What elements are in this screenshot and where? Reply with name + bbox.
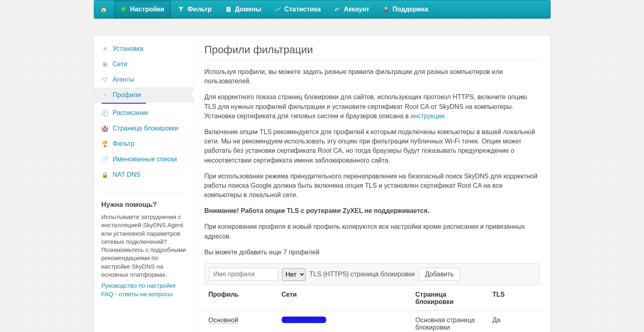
- document-icon: [225, 6, 232, 13]
- copy-paragraph: При копировании профиля в новый профиль …: [205, 222, 540, 241]
- nav-label: Фильтр: [187, 6, 212, 13]
- list-icon: ≡: [101, 46, 109, 52]
- intro-paragraph: Используя профили, вы можете задать разн…: [205, 67, 540, 86]
- castle-icon: 🏰: [101, 125, 109, 132]
- sidebar-item-networks[interactable]: ⊞ Сети: [94, 56, 194, 72]
- sidebar-item-install[interactable]: ≡ Установка: [94, 41, 194, 56]
- nav-home[interactable]: [94, 0, 114, 18]
- nav-label: Статистика: [284, 6, 321, 13]
- cell-tls: Да: [489, 311, 540, 332]
- safesearch-paragraph: При использовании режима принудительного…: [205, 171, 540, 200]
- tls-paragraph: Включение опции TLS рекомендуется для пр…: [205, 127, 540, 165]
- profile-name-link[interactable]: Основной: [209, 317, 238, 324]
- add-profile-form: Нет TLS (HTTPS) страница блокировки Доба…: [205, 263, 540, 285]
- th-networks: Сети: [278, 285, 411, 311]
- help-text: Испытываете затруднения с инсталляцией S…: [101, 213, 186, 279]
- help-title: Нужна помощь?: [101, 201, 186, 209]
- nav-label: Поддержка: [392, 6, 428, 13]
- nav-domains[interactable]: Домены: [219, 0, 268, 18]
- sidebar-item-label: Расписание: [113, 109, 149, 117]
- home-icon: [101, 6, 107, 13]
- sidebar-item-schedule[interactable]: 🕘 Расписание: [94, 105, 194, 121]
- sidebar-item-label: Профили: [113, 91, 141, 99]
- funnel-icon: [178, 6, 184, 13]
- sidebar-item-label: Установка: [113, 45, 144, 52]
- svg-point-4: [385, 7, 387, 9]
- profiles-icon: ▫: [101, 92, 109, 98]
- profiles-table: Профиль Сети Страница блокировки TLS Осн…: [205, 285, 540, 332]
- cell-blockpage: Основная страница блокировки: [411, 311, 489, 332]
- network-icon: ⊞: [101, 61, 109, 67]
- nav-label: Аккаунт: [344, 6, 369, 13]
- help-link-guide[interactable]: Руководство по настройке: [101, 281, 186, 290]
- nav-support[interactable]: Поддержка: [376, 0, 435, 18]
- redacted-network: [282, 317, 326, 323]
- nav-label: Настройки: [130, 6, 164, 13]
- sidebar-item-filter[interactable]: 🏆 Фильтр: [94, 136, 194, 152]
- tls-select-label: TLS (HTTPS) страница блокировки: [310, 271, 415, 278]
- user-icon: [383, 6, 389, 13]
- page-icon: 📄: [101, 156, 109, 163]
- th-blockpage: Страница блокировки: [411, 285, 489, 311]
- profile-name-input[interactable]: [209, 268, 278, 281]
- dot-green-icon: [121, 6, 127, 13]
- nav-stats[interactable]: Статистика: [268, 0, 327, 18]
- help-link-faq[interactable]: FAQ - ответы на вопросы: [101, 290, 186, 298]
- chart-icon: [275, 6, 281, 13]
- top-navigation: Настройки Фильтр Домены Статистика Аккау…: [94, 0, 551, 19]
- th-tls: TLS: [489, 285, 540, 311]
- shield-icon: 🛡: [101, 76, 109, 83]
- table-row: Основной Основная страница блокировки Да: [205, 311, 540, 332]
- main-content: Профили фильтрации Используя профили, вы…: [194, 35, 550, 332]
- nav-filter[interactable]: Фильтр: [171, 0, 219, 18]
- clock-icon: 🕘: [101, 110, 109, 116]
- sidebar: ≡ Установка ⊞ Сети 🛡 Агенты ▫ Профили 🕘 …: [94, 35, 194, 332]
- tls-select[interactable]: Нет: [282, 268, 306, 281]
- sidebar-item-named-lists[interactable]: 📄 Именованные списки: [94, 152, 194, 167]
- trophy-icon: 🏆: [101, 141, 109, 147]
- instructions-link[interactable]: инструкции: [411, 113, 445, 119]
- th-profile: Профиль: [205, 285, 278, 311]
- remaining-profiles: Вы можете добавить еще 7 профилей: [205, 247, 540, 257]
- sidebar-item-label: NAT DNS: [113, 171, 141, 178]
- nav-label: Домены: [235, 6, 261, 13]
- wrench-icon: [334, 6, 340, 13]
- sidebar-item-agents[interactable]: 🛡 Агенты: [94, 72, 194, 87]
- main-container: ≡ Установка ⊞ Сети 🛡 Агенты ▫ Профили 🕘 …: [94, 35, 551, 332]
- sidebar-item-label: Страница блокировки: [113, 125, 179, 132]
- zyxel-warning: Внимание! Работа опции TLS с роутерами Z…: [205, 206, 540, 215]
- sidebar-item-label: Агенты: [113, 76, 134, 83]
- sidebar-item-natdns[interactable]: 🔒 NAT DNS: [94, 167, 194, 182]
- help-box: Нужна помощь? Испытываете затруднения с …: [101, 193, 186, 298]
- nav-account[interactable]: Аккаунт: [327, 0, 376, 18]
- add-button[interactable]: Добавить: [419, 268, 460, 281]
- sidebar-item-label: Именованные списки: [113, 156, 177, 163]
- sidebar-item-blockpage[interactable]: 🏰 Страница блокировки: [94, 121, 194, 136]
- nav-settings[interactable]: Настройки: [114, 0, 171, 18]
- sidebar-item-label: Фильтр: [113, 140, 135, 148]
- lock-icon: 🔒: [101, 171, 109, 178]
- page-title: Профили фильтрации: [205, 43, 540, 61]
- sidebar-item-label: Сети: [113, 61, 127, 68]
- sidebar-item-profiles[interactable]: ▫ Профили: [94, 87, 194, 103]
- https-paragraph: Для корректного показа страниц блокировк…: [205, 92, 540, 121]
